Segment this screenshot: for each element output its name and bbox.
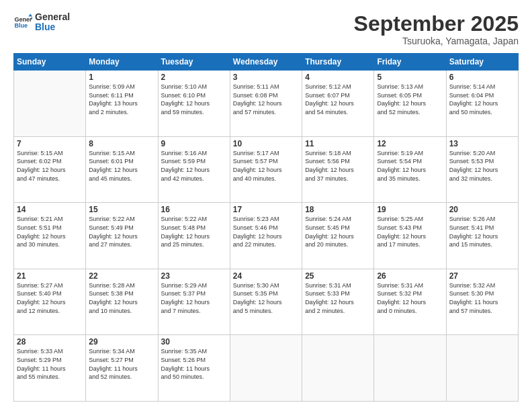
day-info: Sunrise: 5:15 AMSunset: 6:01 PMDaylight:… bbox=[89, 149, 154, 183]
calendar-cell: 6Sunrise: 5:14 AMSunset: 6:04 PMDaylight… bbox=[446, 71, 518, 137]
svg-text:Blue: Blue bbox=[14, 23, 28, 30]
day-number: 9 bbox=[161, 139, 227, 148]
calendar-week-row: 14Sunrise: 5:21 AMSunset: 5:51 PMDayligh… bbox=[14, 203, 519, 269]
calendar-cell: 21Sunrise: 5:27 AMSunset: 5:40 PMDayligh… bbox=[14, 269, 86, 335]
logo-blue: Blue bbox=[35, 22, 70, 32]
day-info: Sunrise: 5:32 AMSunset: 5:30 PMDaylight:… bbox=[449, 281, 515, 315]
calendar-cell: 28Sunrise: 5:33 AMSunset: 5:29 PMDayligh… bbox=[14, 335, 86, 402]
calendar-cell: 7Sunrise: 5:15 AMSunset: 6:02 PMDaylight… bbox=[14, 136, 86, 203]
day-number: 15 bbox=[89, 205, 154, 214]
col-header-wednesday: Wednesday bbox=[230, 54, 302, 71]
col-header-monday: Monday bbox=[86, 54, 158, 71]
day-info: Sunrise: 5:22 AMSunset: 5:48 PMDaylight:… bbox=[161, 215, 227, 248]
month-title: September 2025 bbox=[354, 12, 519, 36]
logo-general: General bbox=[35, 12, 70, 22]
day-info: Sunrise: 5:18 AMSunset: 5:56 PMDaylight:… bbox=[305, 149, 371, 183]
calendar-cell: 26Sunrise: 5:31 AMSunset: 5:32 PMDayligh… bbox=[374, 269, 446, 335]
calendar-cell: 2Sunrise: 5:10 AMSunset: 6:10 PMDaylight… bbox=[158, 71, 230, 137]
day-number: 29 bbox=[89, 337, 154, 347]
calendar-cell: 29Sunrise: 5:34 AMSunset: 5:27 PMDayligh… bbox=[86, 335, 158, 402]
day-info: Sunrise: 5:13 AMSunset: 6:05 PMDaylight:… bbox=[377, 83, 443, 116]
day-number: 14 bbox=[17, 205, 83, 214]
day-number: 28 bbox=[17, 337, 83, 347]
calendar-cell bbox=[230, 335, 302, 402]
calendar-cell bbox=[14, 71, 86, 137]
day-info: Sunrise: 5:17 AMSunset: 5:57 PMDaylight:… bbox=[233, 149, 299, 183]
day-number: 16 bbox=[161, 205, 227, 214]
day-info: Sunrise: 5:11 AMSunset: 6:08 PMDaylight:… bbox=[233, 83, 299, 116]
day-info: Sunrise: 5:25 AMSunset: 5:43 PMDaylight:… bbox=[377, 215, 443, 248]
calendar-cell: 13Sunrise: 5:20 AMSunset: 5:53 PMDayligh… bbox=[446, 136, 518, 203]
day-info: Sunrise: 5:23 AMSunset: 5:46 PMDaylight:… bbox=[233, 215, 299, 248]
calendar-week-row: 7Sunrise: 5:15 AMSunset: 6:02 PMDaylight… bbox=[14, 136, 519, 203]
day-info: Sunrise: 5:31 AMSunset: 5:33 PMDaylight:… bbox=[305, 281, 371, 315]
calendar-cell: 18Sunrise: 5:24 AMSunset: 5:45 PMDayligh… bbox=[302, 203, 374, 269]
calendar-cell: 10Sunrise: 5:17 AMSunset: 5:57 PMDayligh… bbox=[230, 136, 302, 203]
day-number: 2 bbox=[161, 73, 227, 82]
col-header-thursday: Thursday bbox=[302, 54, 374, 71]
day-number: 17 bbox=[233, 205, 299, 214]
day-info: Sunrise: 5:35 AMSunset: 5:26 PMDaylight:… bbox=[161, 347, 227, 381]
day-number: 11 bbox=[305, 139, 371, 148]
calendar-cell: 23Sunrise: 5:29 AMSunset: 5:37 PMDayligh… bbox=[158, 269, 230, 335]
day-info: Sunrise: 5:26 AMSunset: 5:41 PMDaylight:… bbox=[449, 215, 515, 248]
calendar-cell: 22Sunrise: 5:28 AMSunset: 5:38 PMDayligh… bbox=[86, 269, 158, 335]
day-number: 7 bbox=[17, 139, 83, 148]
day-number: 13 bbox=[449, 139, 515, 148]
calendar-cell: 27Sunrise: 5:32 AMSunset: 5:30 PMDayligh… bbox=[446, 269, 518, 335]
day-info: Sunrise: 5:16 AMSunset: 5:59 PMDaylight:… bbox=[161, 149, 227, 183]
day-info: Sunrise: 5:34 AMSunset: 5:27 PMDaylight:… bbox=[89, 347, 154, 381]
calendar-cell: 3Sunrise: 5:11 AMSunset: 6:08 PMDaylight… bbox=[230, 71, 302, 137]
title-block: September 2025 Tsuruoka, Yamagata, Japan bbox=[354, 12, 519, 46]
day-number: 4 bbox=[305, 73, 371, 82]
day-number: 10 bbox=[233, 139, 299, 148]
day-number: 26 bbox=[377, 271, 443, 281]
day-info: Sunrise: 5:20 AMSunset: 5:53 PMDaylight:… bbox=[449, 149, 515, 183]
logo-icon: General Blue bbox=[13, 13, 32, 32]
col-header-saturday: Saturday bbox=[446, 54, 518, 71]
day-info: Sunrise: 5:22 AMSunset: 5:49 PMDaylight:… bbox=[89, 215, 154, 248]
day-number: 21 bbox=[17, 271, 83, 281]
calendar-cell: 17Sunrise: 5:23 AMSunset: 5:46 PMDayligh… bbox=[230, 203, 302, 269]
calendar-week-row: 28Sunrise: 5:33 AMSunset: 5:29 PMDayligh… bbox=[14, 335, 519, 402]
calendar-cell: 30Sunrise: 5:35 AMSunset: 5:26 PMDayligh… bbox=[158, 335, 230, 402]
calendar-cell: 11Sunrise: 5:18 AMSunset: 5:56 PMDayligh… bbox=[302, 136, 374, 203]
calendar-cell: 14Sunrise: 5:21 AMSunset: 5:51 PMDayligh… bbox=[14, 203, 86, 269]
calendar-cell: 20Sunrise: 5:26 AMSunset: 5:41 PMDayligh… bbox=[446, 203, 518, 269]
day-number: 12 bbox=[377, 139, 443, 148]
day-number: 3 bbox=[233, 73, 299, 82]
day-info: Sunrise: 5:12 AMSunset: 6:07 PMDaylight:… bbox=[305, 83, 371, 116]
header: General Blue General Blue September 2025… bbox=[13, 12, 519, 46]
calendar-cell: 12Sunrise: 5:19 AMSunset: 5:54 PMDayligh… bbox=[374, 136, 446, 203]
day-number: 8 bbox=[89, 139, 154, 148]
day-info: Sunrise: 5:30 AMSunset: 5:35 PMDaylight:… bbox=[233, 281, 299, 315]
calendar-cell: 15Sunrise: 5:22 AMSunset: 5:49 PMDayligh… bbox=[86, 203, 158, 269]
day-info: Sunrise: 5:29 AMSunset: 5:37 PMDaylight:… bbox=[161, 281, 227, 315]
calendar-cell: 9Sunrise: 5:16 AMSunset: 5:59 PMDaylight… bbox=[158, 136, 230, 203]
calendar-cell: 25Sunrise: 5:31 AMSunset: 5:33 PMDayligh… bbox=[302, 269, 374, 335]
day-info: Sunrise: 5:27 AMSunset: 5:40 PMDaylight:… bbox=[17, 281, 83, 315]
day-info: Sunrise: 5:21 AMSunset: 5:51 PMDaylight:… bbox=[17, 215, 83, 248]
day-number: 22 bbox=[89, 271, 154, 281]
calendar-cell bbox=[374, 335, 446, 402]
day-info: Sunrise: 5:10 AMSunset: 6:10 PMDaylight:… bbox=[161, 83, 227, 116]
day-number: 24 bbox=[233, 271, 299, 281]
calendar-cell: 16Sunrise: 5:22 AMSunset: 5:48 PMDayligh… bbox=[158, 203, 230, 269]
day-info: Sunrise: 5:09 AMSunset: 6:11 PMDaylight:… bbox=[89, 83, 154, 116]
calendar-cell: 8Sunrise: 5:15 AMSunset: 6:01 PMDaylight… bbox=[86, 136, 158, 203]
day-number: 5 bbox=[377, 73, 443, 82]
day-number: 25 bbox=[305, 271, 371, 281]
calendar-cell: 19Sunrise: 5:25 AMSunset: 5:43 PMDayligh… bbox=[374, 203, 446, 269]
calendar-cell: 5Sunrise: 5:13 AMSunset: 6:05 PMDaylight… bbox=[374, 71, 446, 137]
col-header-friday: Friday bbox=[374, 54, 446, 71]
location-subtitle: Tsuruoka, Yamagata, Japan bbox=[354, 36, 519, 46]
day-info: Sunrise: 5:19 AMSunset: 5:54 PMDaylight:… bbox=[377, 149, 443, 183]
svg-marker-2 bbox=[28, 14, 32, 17]
calendar-header-row: SundayMondayTuesdayWednesdayThursdayFrid… bbox=[14, 54, 519, 71]
day-info: Sunrise: 5:33 AMSunset: 5:29 PMDaylight:… bbox=[17, 347, 83, 381]
logo: General Blue General Blue bbox=[13, 12, 70, 33]
day-info: Sunrise: 5:28 AMSunset: 5:38 PMDaylight:… bbox=[89, 281, 154, 315]
calendar-cell: 24Sunrise: 5:30 AMSunset: 5:35 PMDayligh… bbox=[230, 269, 302, 335]
day-info: Sunrise: 5:15 AMSunset: 6:02 PMDaylight:… bbox=[17, 149, 83, 183]
calendar-cell: 1Sunrise: 5:09 AMSunset: 6:11 PMDaylight… bbox=[86, 71, 158, 137]
